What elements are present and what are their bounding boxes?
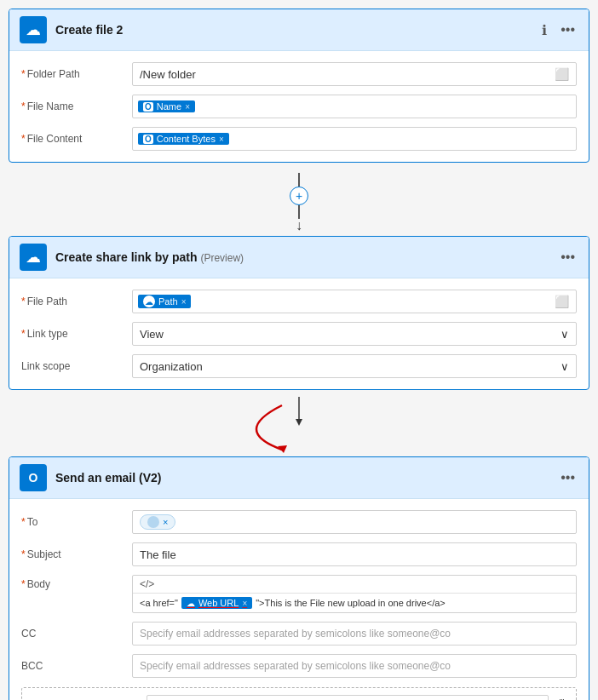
send-email-body: *To × *Subject The file *Body	[9, 499, 589, 700]
link-type-row: *Link type View ∨	[9, 318, 589, 350]
create-share-link-more-button[interactable]: •••	[557, 248, 578, 267]
body-code-indicator: </>	[133, 576, 576, 594]
to-token-close[interactable]: ×	[163, 517, 168, 527]
file-name-token: O Name ×	[138, 100, 195, 112]
link-type-chevron-icon: ∨	[561, 328, 569, 341]
connector-line-bottom	[298, 205, 300, 219]
to-row: *To ×	[9, 506, 589, 538]
file-name-row: *File Name O Name ×	[9, 90, 589, 123]
send-email-icon: O	[20, 464, 47, 491]
create-file-header: ☁ Create file 2 ℹ •••	[9, 9, 589, 51]
web-url-token-text: Web URL	[198, 598, 239, 608]
link-type-value: View	[140, 328, 164, 341]
file-name-token-icon: O	[143, 102, 153, 112]
folder-path-input[interactable]: /New folder ⬜	[132, 62, 577, 86]
create-file-card: ☁ Create file 2 ℹ ••• *Folder Path /New …	[9, 9, 589, 163]
cc-input[interactable]: Specify email addresses separated by sem…	[132, 622, 577, 645]
link-scope-chevron-icon: ∨	[561, 360, 569, 373]
cc-label: CC	[21, 628, 132, 640]
create-file-body: *Folder Path /New folder ⬜ *File Name O …	[9, 51, 589, 162]
body-label: *Body	[21, 575, 132, 590]
file-path-token-close[interactable]: ×	[181, 297, 187, 307]
send-email-card: O Send an email (V2) ••• *To × *Subject	[9, 456, 589, 700]
file-content-token: O Content Bytes ×	[138, 133, 229, 145]
folder-icon: ⬜	[555, 67, 569, 81]
file-path-label: *File Path	[21, 295, 132, 307]
red-arrow-section	[9, 397, 589, 456]
subject-input[interactable]: The file	[132, 542, 577, 566]
cc-row: CC Specify email addresses separated by …	[9, 617, 589, 650]
create-file-actions: ℹ •••	[538, 20, 578, 40]
body-before-token: <a href="	[140, 598, 178, 608]
create-file-title: Create file 2	[55, 23, 538, 37]
link-scope-label: Link scope	[21, 360, 132, 372]
body-after-token: ">This is the File new upload in one dri…	[256, 598, 446, 608]
create-file-icon: ☁	[20, 16, 47, 43]
create-share-link-header: ☁ Create share link by path (Preview) ••…	[9, 237, 589, 278]
to-token: ×	[140, 514, 175, 530]
bcc-input[interactable]: Specify email addresses separated by sem…	[132, 654, 577, 678]
create-share-link-body: *File Path ☁ Path × ⬜ *Link type View ∨	[9, 278, 589, 389]
file-name-token-close[interactable]: ×	[185, 102, 190, 112]
send-email-actions: •••	[557, 468, 578, 487]
link-scope-value: Organization	[140, 360, 203, 373]
bcc-placeholder: Specify email addresses separated by sem…	[140, 660, 451, 672]
create-file-more-button[interactable]: •••	[557, 20, 578, 39]
file-content-token-close[interactable]: ×	[219, 135, 224, 144]
link-scope-row: Link scope Organization ∨	[9, 350, 589, 382]
send-email-more-button[interactable]: •••	[557, 468, 578, 487]
connector-plus-arrow: + ↓	[9, 169, 589, 236]
create-share-link-icon: ☁	[20, 244, 47, 271]
svg-marker-1	[296, 419, 302, 426]
body-row: *Body </> <a href=" ☁ Web URL × ">This i…	[9, 571, 589, 617]
create-file-info-button[interactable]: ℹ	[538, 20, 550, 40]
attachments-name-row: Attachments Name - 1 🗒	[29, 695, 569, 700]
body-content: <a href=" ☁ Web URL × ">This is the File…	[133, 594, 576, 612]
connector-line-top	[298, 173, 300, 186]
link-type-dropdown[interactable]: View ∨	[132, 322, 577, 346]
connector-down-arrow: ↓	[296, 219, 302, 232]
bcc-label: BCC	[21, 660, 132, 672]
file-path-input[interactable]: ☁ Path × ⬜	[132, 290, 577, 313]
folder-path-value: /New folder	[140, 68, 196, 81]
web-url-token-close[interactable]: ×	[242, 599, 247, 608]
attachments-section: Attachments Name - 1 🗒 Attachments Conte…	[21, 687, 577, 700]
file-content-token-icon: O	[143, 135, 153, 144]
file-name-label: *File Name	[21, 100, 132, 112]
file-content-label: *File Content	[21, 133, 132, 145]
link-type-label: *Link type	[21, 328, 132, 340]
file-path-row: *File Path ☁ Path × ⬜	[9, 285, 589, 318]
preview-badge: (Preview)	[200, 252, 244, 264]
connector-plus-button[interactable]: +	[290, 186, 308, 205]
folder-path-label: *Folder Path	[21, 68, 132, 80]
file-path-token: ☁ Path ×	[138, 295, 191, 308]
create-share-link-card: ☁ Create share link by path (Preview) ••…	[9, 236, 589, 390]
to-input[interactable]: ×	[132, 510, 577, 534]
create-share-link-actions: •••	[557, 248, 578, 267]
file-name-input[interactable]: O Name ×	[132, 95, 577, 118]
send-email-title: Send an email (V2)	[55, 471, 557, 485]
file-name-token-text: Name	[157, 101, 181, 112]
link-scope-dropdown[interactable]: Organization ∨	[132, 354, 577, 378]
subject-row: *Subject The file	[9, 538, 589, 571]
subject-value: The file	[140, 548, 176, 561]
web-url-token: ☁ Web URL ×	[181, 597, 252, 609]
attachments-name-input[interactable]	[147, 695, 549, 700]
file-path-token-text: Path	[158, 296, 178, 307]
file-path-folder-icon: ⬜	[555, 295, 569, 308]
cc-placeholder: Specify email addresses separated by sem…	[140, 628, 451, 640]
file-path-token-icon: ☁	[143, 295, 155, 307]
folder-path-row: *Folder Path /New folder ⬜	[9, 58, 589, 90]
red-arrow-svg	[214, 397, 384, 456]
file-content-input[interactable]: O Content Bytes ×	[132, 127, 577, 151]
subject-label: *Subject	[21, 548, 132, 560]
file-content-token-text: Content Bytes	[157, 134, 216, 144]
to-label: *To	[21, 516, 132, 528]
body-input[interactable]: </> <a href=" ☁ Web URL × ">This is the …	[132, 575, 577, 613]
web-url-token-icon: ☁	[187, 599, 195, 608]
file-content-row: *File Content O Content Bytes ×	[9, 123, 589, 155]
send-email-header: O Send an email (V2) •••	[9, 457, 589, 499]
create-share-link-title: Create share link by path (Preview)	[55, 250, 557, 264]
bcc-row: BCC Specify email addresses separated by…	[9, 650, 589, 682]
